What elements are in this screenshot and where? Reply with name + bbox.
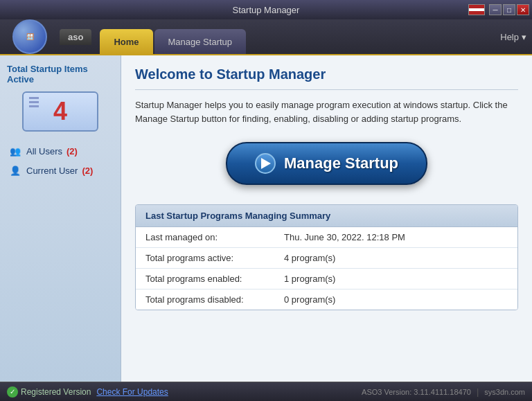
sidebar-item-current-user[interactable]: 👤 Current User (2) bbox=[7, 161, 114, 180]
play-triangle bbox=[261, 158, 271, 169]
content-title: Welcome to Startup Manager bbox=[135, 66, 518, 82]
summary-value-3: 0 program(s) bbox=[284, 294, 335, 305]
summary-row-3: Total programs disabled: 0 program(s) bbox=[136, 289, 517, 310]
summary-label-0: Last managed on: bbox=[145, 232, 284, 242]
watermark-label: sys3dn.com bbox=[484, 388, 525, 396]
status-left: ✓ Registered Version Check For Updates bbox=[7, 386, 362, 398]
help-menu[interactable]: Help ▾ bbox=[500, 32, 526, 42]
summary-value-1: 4 program(s) bbox=[284, 253, 335, 263]
summary-label-3: Total programs disabled: bbox=[145, 294, 284, 305]
play-icon bbox=[255, 153, 276, 174]
status-bar: ✓ Registered Version Check For Updates A… bbox=[0, 382, 532, 401]
app-logo: 🪟 bbox=[6, 20, 54, 53]
current-user-count: (2) bbox=[82, 166, 93, 176]
manage-startup-btn-container: Manage Startup bbox=[135, 142, 518, 185]
badge-line-3 bbox=[29, 105, 39, 107]
startup-badge: 4 bbox=[7, 91, 114, 132]
sidebar-title: Total Startup Items Active bbox=[7, 64, 114, 84]
badge-line-2 bbox=[29, 101, 39, 103]
all-users-label: All Users bbox=[26, 146, 62, 157]
registered-status: ✓ Registered Version bbox=[7, 386, 91, 398]
registered-label: Registered Version bbox=[21, 387, 91, 397]
badge-lines bbox=[29, 97, 39, 107]
window-title: Startup Manager bbox=[233, 5, 300, 15]
check-icon: ✓ bbox=[7, 386, 18, 398]
logo-windows-icon: 🪟 bbox=[26, 33, 34, 40]
nav-aso-label: aso bbox=[60, 29, 91, 45]
current-user-label: Current User bbox=[26, 166, 78, 176]
main-container: Total Startup Items Active 4 👥 All Users… bbox=[0, 55, 532, 382]
window-controls: ─ □ ✕ bbox=[468, 4, 529, 15]
check-updates-link[interactable]: Check For Updates bbox=[96, 387, 168, 397]
manage-startup-btn-label: Manage Startup bbox=[284, 154, 398, 172]
summary-row-1: Total programs active: 4 program(s) bbox=[136, 248, 517, 269]
badge-line-1 bbox=[29, 97, 39, 99]
close-button[interactable]: ✕ bbox=[517, 4, 529, 15]
nav-tabs: Home Manage Startup bbox=[100, 19, 247, 54]
nav-bar: 🪟 aso Home Manage Startup Help ▾ bbox=[0, 19, 532, 55]
manage-startup-button[interactable]: Manage Startup bbox=[226, 142, 427, 185]
title-bar: Startup Manager ─ □ ✕ bbox=[0, 0, 532, 19]
summary-label-2: Total programs enabled: bbox=[145, 274, 284, 284]
content-area: Welcome to Startup Manager Startup Manag… bbox=[121, 55, 532, 382]
summary-row-2: Total programs enabled: 1 program(s) bbox=[136, 269, 517, 289]
sidebar: Total Startup Items Active 4 👥 All Users… bbox=[0, 55, 121, 382]
summary-box: Last Startup Programs Managing Summary L… bbox=[135, 204, 518, 310]
badge-number: 4 bbox=[53, 97, 67, 126]
tab-home[interactable]: Home bbox=[100, 29, 152, 54]
status-separator: | bbox=[477, 386, 479, 397]
minimize-button[interactable]: ─ bbox=[489, 4, 502, 15]
tab-manage-startup[interactable]: Manage Startup bbox=[154, 29, 247, 54]
summary-row-0: Last managed on: Thu. June 30, 2022. 12:… bbox=[136, 227, 517, 248]
version-label: ASO3 Version: 3.11.4111.18470 bbox=[362, 388, 471, 396]
content-description: Startup Manager helps you to easily mana… bbox=[135, 98, 518, 125]
summary-value-0: Thu. June 30, 2022. 12:18 PM bbox=[284, 232, 405, 242]
content-divider bbox=[135, 89, 518, 90]
sidebar-item-all-users[interactable]: 👥 All Users (2) bbox=[7, 141, 114, 161]
summary-label-1: Total programs active: bbox=[145, 253, 284, 263]
summary-value-2: 1 program(s) bbox=[284, 274, 335, 284]
flag-icon bbox=[468, 4, 485, 15]
summary-header: Last Startup Programs Managing Summary bbox=[136, 205, 517, 227]
all-users-icon: 👥 bbox=[8, 144, 22, 158]
logo-circle: 🪟 bbox=[12, 19, 47, 54]
all-users-count: (2) bbox=[66, 146, 78, 157]
badge-box: 4 bbox=[22, 91, 98, 132]
maximize-button[interactable]: □ bbox=[503, 4, 515, 15]
current-user-icon: 👤 bbox=[8, 163, 22, 177]
